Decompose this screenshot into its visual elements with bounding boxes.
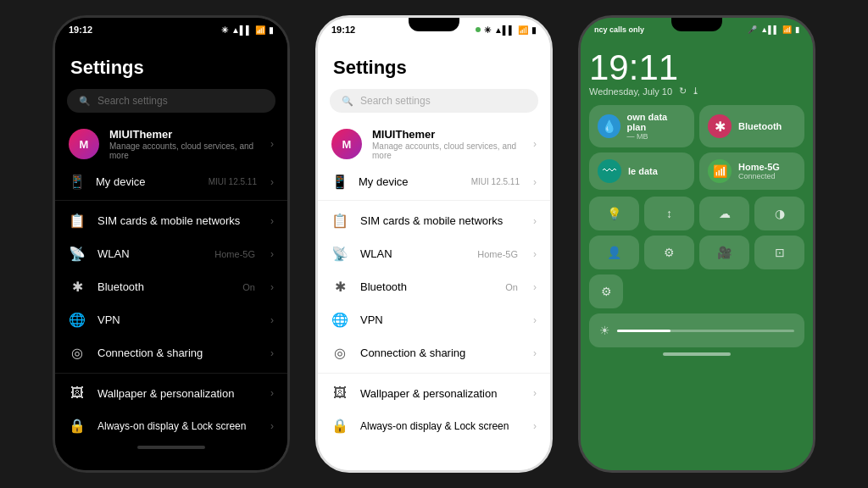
icon-btn-rotate[interactable]: ↕ (644, 197, 694, 230)
icon-row-1: 💡 ↕ ☁ ◑ (589, 197, 804, 230)
wlan-icon-light: 📡 (331, 246, 348, 262)
bluetooth-tile-label: Bluetooth (738, 121, 782, 131)
connection-chevron-dark: › (270, 347, 274, 359)
menu-item-lock-dark[interactable]: 🔒 Always-on display & Lock screen › (55, 409, 287, 442)
bluetooth-value-dark: On (242, 282, 255, 292)
status-time-dark: 19:12 (69, 25, 92, 35)
notch (146, 18, 197, 31)
wlan-value-dark: Home-5G (214, 249, 255, 259)
icon-btn-lamp[interactable]: 💡 (589, 197, 639, 230)
divider-2-dark (55, 373, 287, 374)
bluetooth-icon-light: ✱ (331, 279, 348, 295)
lock-label-light: Always-on display & Lock screen (360, 420, 521, 432)
bluetooth-label-light: Bluetooth (360, 280, 493, 293)
data-tile-sub: — MB (627, 132, 686, 141)
avatar-dark: M (69, 129, 99, 159)
wlan-label-light: WLAN (360, 247, 465, 260)
quick-tile-mobile[interactable]: 〰 le data (589, 152, 694, 190)
settings-title-dark: Settings (55, 50, 287, 86)
menu-item-wlan-light[interactable]: 📡 WLAN Home-5G › (318, 237, 550, 270)
wifi-icon-green: 📶 (782, 25, 792, 34)
device-icon-light: 📱 (331, 174, 348, 190)
brightness-fill (617, 330, 670, 332)
status-icons-dark: ✳ ▲▌▌ 📶 ▮ (221, 25, 274, 35)
sim-chevron-dark: › (270, 215, 274, 227)
icon-btn-settings[interactable]: ⚙ (644, 236, 694, 269)
device-row-dark[interactable]: 📱 My device MIUI 12.5.11 › (55, 167, 287, 197)
brightness-bar[interactable]: ☀ (589, 313, 804, 347)
avatar-initials-light: M (342, 138, 352, 151)
menu-item-bluetooth-dark[interactable]: ✱ Bluetooth On › (55, 270, 287, 303)
icon-btn-expand[interactable]: ⊡ (754, 236, 804, 269)
wallpaper-icon-light: 🖼 (331, 385, 348, 401)
account-text-light: MIUIThemer Manage accounts, cloud servic… (372, 128, 523, 160)
icon-row-2: 👤 ⚙ 🎥 ⊡ (589, 236, 804, 269)
notch-light (409, 18, 459, 31)
menu-item-vpn-light[interactable]: 🌐 VPN › (318, 303, 550, 336)
wlan-icon-dark: 📡 (69, 246, 86, 262)
menu-item-wlan-dark[interactable]: 📡 WLAN Home-5G › (55, 237, 287, 270)
quick-tile-wifi[interactable]: 📶 Home-5G Connected (699, 152, 804, 190)
menu-item-wallpaper-dark[interactable]: 🖼 Wallpaper & personalization › (55, 377, 287, 409)
menu-item-connection-light[interactable]: ◎ Connection & sharing › (318, 336, 550, 369)
account-row-dark[interactable]: M MIUIThemer Manage accounts, cloud serv… (55, 121, 287, 167)
wlan-chevron-dark: › (270, 248, 274, 260)
menu-item-sim-light[interactable]: 📋 SIM cards & mobile networks › (318, 204, 550, 237)
home-bar-green (663, 352, 731, 356)
battery-icon-light: ▮ (531, 25, 537, 35)
vpn-chevron-light: › (533, 314, 537, 326)
lock-chevron-light: › (533, 420, 537, 432)
wifi-tile-icon: 📶 (708, 159, 732, 183)
green-date-icons: ↻ ⤓ (679, 86, 699, 97)
dark-screen-content: Settings 🔍 Search settings M MIUIThemer … (55, 42, 287, 470)
divider-1-light (318, 200, 550, 201)
sim-icon-dark: 📋 (69, 213, 86, 229)
green-screen-content: 19:11 Wednesday, July 10 ↻ ⤓ 💧 own data … (581, 42, 813, 470)
quick-tile-data[interactable]: 💧 own data plan — MB (589, 105, 694, 147)
settings-title-light: Settings (318, 50, 550, 86)
phone-light: 19:12 ✳ ▲▌▌ 📶 ▮ Settings 🔍 Search settin… (315, 15, 553, 473)
settings-gear-btn[interactable]: ⚙ (589, 274, 623, 308)
account-chevron-dark: › (270, 138, 274, 150)
search-bar-light[interactable]: 🔍 Search settings (330, 89, 538, 113)
brightness-track (617, 330, 794, 332)
wifi-tile-text: Home-5G Connected (738, 162, 780, 180)
menu-item-lock-light[interactable]: 🔒 Always-on display & Lock screen › (318, 409, 550, 442)
refresh-icon-green: ↻ (679, 86, 687, 97)
account-row-light[interactable]: M MIUIThemer Manage accounts, cloud serv… (318, 121, 550, 167)
menu-item-bluetooth-light[interactable]: ✱ Bluetooth On › (318, 270, 550, 303)
icon-btn-contrast[interactable]: ◑ (754, 197, 804, 230)
wifi-icon: 📶 (255, 25, 265, 35)
dark-settings-panel: Settings 🔍 Search settings M MIUIThemer … (55, 42, 287, 470)
menu-item-sim-dark[interactable]: 📋 SIM cards & mobile networks › (55, 204, 287, 237)
menu-item-wallpaper-light[interactable]: 🖼 Wallpaper & personalization › (318, 377, 550, 409)
device-chevron-light: › (533, 176, 537, 188)
device-version-dark: MIUI 12.5.11 (209, 177, 257, 186)
connection-icon-dark: ◎ (69, 345, 86, 361)
menu-item-vpn-dark[interactable]: 🌐 VPN › (55, 303, 287, 336)
account-text-dark: MIUIThemer Manage accounts, cloud servic… (109, 128, 260, 160)
bluetooth-tile-text: Bluetooth (738, 121, 782, 131)
bluetooth-icon-dark: ✱ (69, 279, 86, 295)
search-bar-dark[interactable]: 🔍 Search settings (67, 89, 275, 113)
account-sub-light: Manage accounts, cloud services, and mor… (372, 141, 523, 160)
bluetooth-tile-icon: ✱ (708, 114, 732, 138)
brightness-row: ⚙ ☀ (589, 274, 804, 347)
bluetooth-chevron-dark: › (270, 281, 274, 293)
icon-btn-camera[interactable]: 🎥 (699, 236, 749, 269)
icon-btn-cloud[interactable]: ☁ (699, 197, 749, 230)
light-screen-content: Settings 🔍 Search settings M MIUIThemer … (318, 42, 550, 470)
device-chevron-dark: › (270, 176, 274, 188)
icon-btn-user[interactable]: 👤 (589, 236, 639, 269)
avatar-light: M (331, 129, 362, 159)
bluetooth-status-icon-light: ✳ (484, 25, 491, 35)
quick-tile-bluetooth[interactable]: ✱ Bluetooth (699, 105, 804, 147)
phone-dark: 19:12 ✳ ▲▌▌ 📶 ▮ Settings 🔍 Search settin… (53, 15, 290, 473)
data-tile-text: own data plan — MB (627, 112, 686, 141)
lock-label-dark: Always-on display & Lock screen (97, 420, 259, 432)
device-row-light[interactable]: 📱 My device MIUI 12.5.11 › (318, 167, 550, 197)
menu-item-connection-dark[interactable]: ◎ Connection & sharing › (55, 336, 287, 369)
vpn-icon-light: 🌐 (331, 312, 348, 328)
divider-2-light (318, 373, 550, 374)
bluetooth-value-light: On (505, 282, 518, 292)
